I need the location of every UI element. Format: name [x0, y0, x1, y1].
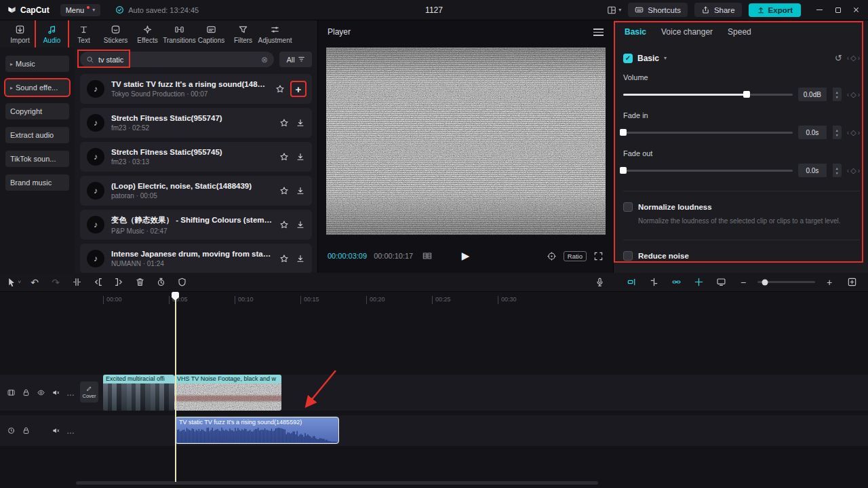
zoom-out-button[interactable]: −	[735, 275, 751, 290]
record-voiceover-button[interactable]	[591, 275, 608, 290]
download-icon[interactable]	[296, 220, 305, 229]
frame-preview-icon[interactable]	[422, 251, 432, 261]
layout-switch-button[interactable]: ▾	[607, 5, 621, 15]
video-preview[interactable]	[326, 48, 606, 235]
freeze-button[interactable]	[153, 275, 169, 290]
main-track-magnet-toggle[interactable]	[623, 275, 639, 290]
download-icon[interactable]	[296, 118, 305, 128]
normalize-loudness-checkbox[interactable]	[623, 202, 633, 212]
mask-button[interactable]	[174, 275, 190, 290]
mute-icon[interactable]	[52, 426, 60, 435]
zoom-fit-button[interactable]	[844, 275, 860, 290]
sidebar-item[interactable]: ▸ Sound effe...	[5, 79, 69, 96]
search-box[interactable]: ⊗	[80, 52, 274, 67]
select-tool-button[interactable]: ˅	[5, 275, 22, 290]
properties-tab[interactable]: Basic	[625, 27, 646, 37]
sound-list-item[interactable]: ♪ (Loop) Electric, noise, Static(1488439…	[80, 176, 312, 206]
auto-snap-toggle[interactable]	[646, 275, 662, 290]
undo-button[interactable]: ↶	[26, 275, 43, 290]
reset-icon[interactable]: ↺	[835, 53, 842, 63]
fade-in-slider[interactable]	[623, 132, 793, 134]
delete-button[interactable]	[132, 275, 148, 290]
sound-list-item[interactable]: ♪ 变色（静态效果） - Shifting Colours (stems) - …	[80, 210, 312, 240]
menu-button[interactable]: Menu ▾	[60, 4, 101, 16]
step-down-icon[interactable]: ▼	[835, 95, 839, 99]
play-button[interactable]: ▶	[462, 250, 470, 262]
favorite-star-icon[interactable]	[279, 186, 289, 195]
media-tab[interactable]: Import	[4, 20, 36, 48]
sound-list-item[interactable]: ♪ Intense Japanese drum, moving from sta…	[80, 244, 312, 273]
audio-clip[interactable]: TV static TV fuzz It's a rising sound(14…	[175, 417, 339, 444]
volume-keyframe[interactable]: ‹◇›	[847, 90, 860, 99]
search-input[interactable]	[98, 56, 257, 64]
timeline-scrollbar[interactable]	[76, 481, 598, 485]
favorite-star-icon[interactable]	[279, 152, 289, 162]
sound-list-item[interactable]: ♪ Stretch Fitness Static(955745) fm23 · …	[80, 142, 312, 172]
fade-in-value[interactable]: 0.0s	[798, 126, 827, 139]
reduce-noise-checkbox[interactable]	[623, 251, 633, 261]
delete-right-button[interactable]	[111, 275, 127, 290]
fade-out-slider[interactable]	[623, 170, 793, 172]
cover-button[interactable]: Cover	[80, 381, 98, 402]
sidebar-item[interactable]: ▸ Brand music	[5, 174, 69, 191]
media-tab[interactable]: Stickers	[100, 20, 132, 48]
download-icon[interactable]	[296, 152, 305, 162]
sound-list-item[interactable]: ♪ TV static TV fuzz It's a rising sound(…	[80, 74, 312, 104]
timeline-ruler[interactable]: 00:0000:0500:1000:1500:2000:2500:30	[0, 292, 868, 304]
sound-list-item[interactable]: ♪ Stretch Fitness Static(955747) fm23 · …	[80, 108, 312, 138]
keyframe-nav[interactable]: ‹◇›	[847, 54, 860, 62]
favorite-star-icon[interactable]	[279, 254, 289, 263]
fade-out-slider-handle[interactable]	[620, 167, 627, 174]
step-up-icon[interactable]: ▲	[835, 90, 839, 94]
sidebar-item[interactable]: ▸ Extract audio	[5, 127, 69, 143]
player-menu-icon[interactable]	[593, 29, 604, 36]
clear-search-icon[interactable]: ⊗	[261, 55, 268, 64]
download-icon[interactable]	[296, 254, 305, 263]
zoom-in-button[interactable]: +	[821, 275, 837, 290]
ratio-button[interactable]: Ratio	[564, 251, 587, 261]
favorite-star-icon[interactable]	[279, 118, 289, 128]
lock-icon[interactable]	[22, 426, 31, 435]
fullscreen-icon[interactable]	[593, 251, 604, 261]
media-tab[interactable]: Audio	[36, 20, 68, 48]
mute-icon[interactable]	[52, 388, 60, 397]
add-to-timeline-button[interactable]: +	[292, 82, 305, 96]
video-clip-1[interactable]: Excited multiracial offi	[103, 375, 174, 411]
keyframe-prev-icon[interactable]: ‹	[847, 54, 849, 62]
sidebar-item[interactable]: ▸ TikTok soun...	[5, 151, 69, 167]
sidebar-item[interactable]: ▸ Music	[5, 56, 69, 72]
fade-in-keyframe[interactable]: ‹◇›	[847, 128, 860, 137]
linkage-toggle[interactable]	[668, 275, 684, 290]
volume-slider[interactable]	[623, 94, 793, 96]
close-button[interactable]	[847, 0, 865, 20]
keyframe-next-icon[interactable]: ›	[858, 54, 860, 62]
media-tab[interactable]: Captions	[195, 20, 227, 48]
filter-all-button[interactable]: All	[279, 52, 312, 67]
zoom-slider-handle[interactable]	[762, 279, 768, 285]
sidebar-item[interactable]: ▸ Copyright	[5, 103, 69, 119]
fade-out-keyframe[interactable]: ‹◇›	[847, 166, 860, 175]
favorite-star-icon[interactable]	[275, 84, 285, 94]
media-tab[interactable]: Transitions	[163, 20, 195, 48]
volume-stepper[interactable]: ▲▼	[833, 88, 842, 101]
redo-button[interactable]: ↷	[47, 275, 64, 290]
video-clip-2[interactable]: VHS TV Noise Footage, black and w	[174, 375, 281, 411]
shortcuts-button[interactable]: Shortcuts	[628, 3, 688, 17]
export-button[interactable]: Export	[749, 3, 801, 17]
track-more-icon[interactable]: …	[66, 426, 75, 436]
properties-tab[interactable]: Voice changer	[661, 27, 713, 37]
keyframe-diamond-icon[interactable]: ◇	[850, 54, 856, 62]
volume-slider-handle[interactable]	[743, 91, 750, 98]
basic-checkbox[interactable]	[623, 54, 633, 63]
favorite-star-icon[interactable]	[279, 220, 289, 229]
timeline-zoom-slider[interactable]	[757, 281, 815, 283]
preview-axis-toggle[interactable]	[690, 275, 707, 290]
minimize-button[interactable]	[810, 0, 829, 20]
media-tab[interactable]: Adjustment	[259, 20, 291, 48]
toggle-visibility-icon[interactable]	[37, 388, 45, 397]
media-tab[interactable]: Effects	[132, 20, 163, 48]
track-more-icon[interactable]: …	[66, 388, 75, 398]
preview-quality-icon[interactable]	[547, 251, 557, 261]
material-display-toggle[interactable]	[713, 275, 729, 290]
maximize-button[interactable]	[829, 0, 847, 20]
